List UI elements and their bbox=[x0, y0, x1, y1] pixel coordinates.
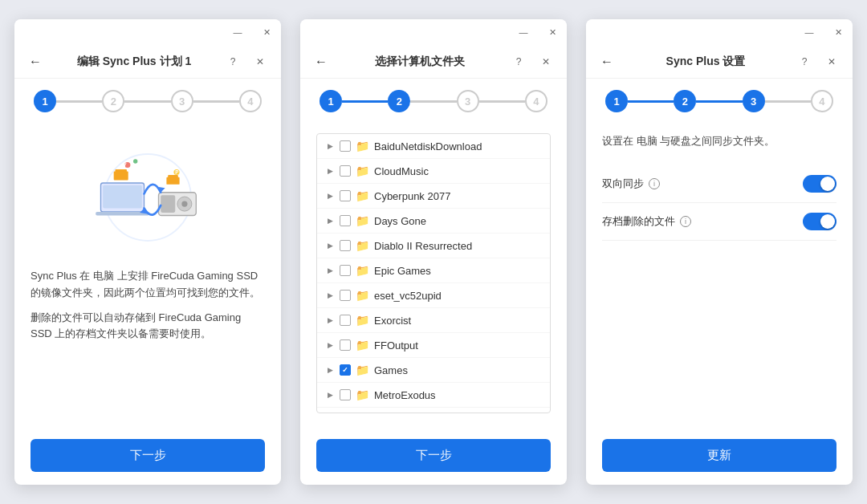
description-2: 删除的文件可以自动存储到 FireCuda Gaming SSD 上的存档文件夹… bbox=[31, 310, 265, 343]
step-2: 2 bbox=[102, 90, 124, 112]
folder-item-6[interactable]: ▶ 📁 Epic Games bbox=[317, 258, 550, 283]
minimize-button-3[interactable]: — bbox=[795, 21, 824, 43]
folder-item-10[interactable]: ▶ 📁 Games bbox=[317, 358, 550, 383]
step-3-2: 3 bbox=[457, 90, 479, 112]
svg-text:P: P bbox=[175, 169, 178, 175]
help-button-2[interactable]: ? bbox=[507, 51, 530, 73]
step-line-1-3 bbox=[628, 100, 674, 103]
svg-point-7 bbox=[181, 201, 187, 207]
panel-footer-3: 更新 bbox=[586, 429, 853, 485]
help-button[interactable]: ? bbox=[222, 51, 244, 73]
expand-arrow: ▶ bbox=[325, 266, 335, 275]
step-4-2: 4 bbox=[525, 90, 547, 112]
folder-item-4[interactable]: ▶ 📁 Days Gone bbox=[317, 209, 550, 234]
sync-illustration: Y P bbox=[75, 141, 220, 254]
step-4: 4 bbox=[239, 90, 262, 112]
back-button[interactable]: ← bbox=[24, 51, 47, 73]
folder-item-8[interactable]: ▶ 📁 Exorcist bbox=[317, 308, 550, 333]
expand-arrow: ▶ bbox=[325, 141, 335, 151]
step-line-2 bbox=[124, 100, 170, 103]
folder-checkbox-2[interactable] bbox=[340, 165, 351, 177]
folder-name: Cyberpunk 2077 bbox=[374, 190, 542, 202]
folder-item-7[interactable]: ▶ 📁 eset_vc52upid bbox=[317, 283, 550, 308]
folder-checkbox-5[interactable] bbox=[340, 240, 351, 251]
minimize-button-2[interactable]: — bbox=[509, 21, 538, 43]
panel-select-folder: — ✕ ← 选择计算机文件夹 ? ✕ 1 2 3 4 bbox=[300, 19, 567, 485]
svg-rect-5 bbox=[161, 195, 175, 213]
folder-item-2[interactable]: ▶ 📁 CloudMusic bbox=[317, 159, 550, 184]
panel-content: Y P Sync Plus 在 电脑 上安排 FireCuda Gaming S… bbox=[14, 124, 281, 429]
folder-icon: 📁 bbox=[356, 314, 369, 327]
back-button-2[interactable]: ← bbox=[310, 51, 332, 73]
step-line-3-2 bbox=[479, 100, 525, 103]
folder-name-days-gone: Days Gone bbox=[374, 215, 542, 227]
folder-item-12[interactable]: ▶ 📁 NeedForSpeedHeat bbox=[317, 408, 550, 413]
update-button[interactable]: 更新 bbox=[602, 439, 836, 472]
panel-title-2: 选择计算机文件夹 bbox=[332, 55, 507, 69]
folder-name: Diablo II Resurrected bbox=[374, 240, 542, 252]
folder-checkbox-6[interactable] bbox=[340, 265, 351, 276]
folder-icon: 📁 bbox=[356, 339, 369, 352]
expand-arrow: ▶ bbox=[325, 291, 335, 300]
folder-name: MetroExodus bbox=[374, 389, 542, 401]
next-button-2[interactable]: 下一步 bbox=[316, 439, 551, 472]
next-button[interactable]: 下一步 bbox=[31, 439, 265, 472]
panel-edit-syncplus: — ✕ ← 编辑 Sync Plus 计划 1 ? ✕ 1 2 3 4 bbox=[14, 19, 281, 485]
bidirectional-sync-text: 双向同步 bbox=[602, 177, 644, 191]
step-1-3: 1 bbox=[605, 90, 628, 112]
step-indicator: 1 2 3 4 bbox=[14, 79, 281, 124]
svg-rect-2 bbox=[103, 185, 142, 209]
file-list: ▶ 📁 BaiduNetdiskDownload ▶ 📁 CloudMusic … bbox=[316, 133, 551, 413]
folder-item-5[interactable]: ▶ 📁 Diablo II Resurrected bbox=[317, 234, 550, 258]
step-line-1-2 bbox=[342, 100, 388, 103]
folder-name: BaiduNetdiskDownload bbox=[374, 140, 542, 152]
back-button-3[interactable]: ← bbox=[596, 51, 618, 73]
folder-icon: 📁 bbox=[356, 388, 369, 401]
step-line-2-2 bbox=[410, 100, 456, 103]
folder-checkbox-11[interactable] bbox=[340, 389, 351, 400]
dialog-close-button[interactable]: ✕ bbox=[249, 51, 271, 73]
close-button-3[interactable]: ✕ bbox=[824, 21, 853, 43]
folder-icon: 📁 bbox=[356, 289, 369, 302]
setting-label-1: 双向同步 i bbox=[602, 177, 660, 191]
close-button[interactable]: ✕ bbox=[252, 21, 281, 43]
panel-content-3: 设置在 电脑 与硬盘之间同步文件夹。 双向同步 i 存档删除的文件 i bbox=[586, 124, 853, 429]
setting-archive-deleted: 存档删除的文件 i bbox=[602, 203, 836, 241]
dialog-close-button-3[interactable]: ✕ bbox=[820, 51, 843, 73]
step-4-3: 4 bbox=[811, 90, 833, 112]
folder-checkbox-1[interactable] bbox=[340, 140, 351, 152]
folder-icon: 📁 bbox=[356, 165, 369, 177]
folder-item-11[interactable]: ▶ 📁 MetroExodus bbox=[317, 383, 550, 408]
bidirectional-sync-toggle[interactable] bbox=[803, 175, 836, 193]
setting-label-2: 存档删除的文件 i bbox=[602, 214, 691, 229]
expand-arrow: ▶ bbox=[325, 390, 335, 400]
folder-icon: 📁 bbox=[356, 140, 369, 152]
minimize-button[interactable]: — bbox=[223, 21, 252, 43]
step-1: 1 bbox=[34, 90, 56, 112]
folder-checkbox-8[interactable] bbox=[340, 315, 351, 326]
folder-checkbox-4[interactable] bbox=[340, 215, 351, 226]
folder-name: CloudMusic bbox=[374, 165, 542, 177]
bidirectional-sync-info-icon[interactable]: i bbox=[649, 178, 660, 189]
folder-icon: 📁 bbox=[356, 214, 369, 227]
folder-checkbox-9[interactable] bbox=[340, 339, 351, 351]
archive-deleted-toggle[interactable] bbox=[803, 213, 836, 230]
folder-checkbox-10-checked[interactable] bbox=[340, 364, 351, 376]
panel-footer: 下一步 bbox=[14, 429, 281, 485]
folder-item-3[interactable]: ▶ 📁 Cyberpunk 2077 bbox=[317, 184, 550, 209]
svg-rect-11 bbox=[114, 172, 128, 181]
step-indicator-3: 1 2 3 4 bbox=[586, 79, 853, 124]
folder-list-scroll[interactable]: ▶ 📁 BaiduNetdiskDownload ▶ 📁 CloudMusic … bbox=[317, 134, 550, 413]
folder-icon: 📁 bbox=[356, 364, 369, 376]
folder-item-1[interactable]: ▶ 📁 BaiduNetdiskDownload bbox=[317, 134, 550, 159]
folder-name: FFOutput bbox=[374, 339, 542, 352]
folder-icon: 📁 bbox=[356, 189, 369, 202]
dialog-close-button-2[interactable]: ✕ bbox=[535, 51, 557, 73]
folder-item-9[interactable]: ▶ 📁 FFOutput bbox=[317, 333, 550, 358]
folder-checkbox-7[interactable] bbox=[340, 290, 351, 301]
archive-deleted-info-icon[interactable]: i bbox=[680, 216, 691, 227]
close-button-2[interactable]: ✕ bbox=[538, 21, 567, 43]
folder-checkbox-3[interactable] bbox=[340, 190, 351, 201]
help-button-3[interactable]: ? bbox=[793, 51, 816, 73]
step-1-2: 1 bbox=[320, 90, 342, 112]
